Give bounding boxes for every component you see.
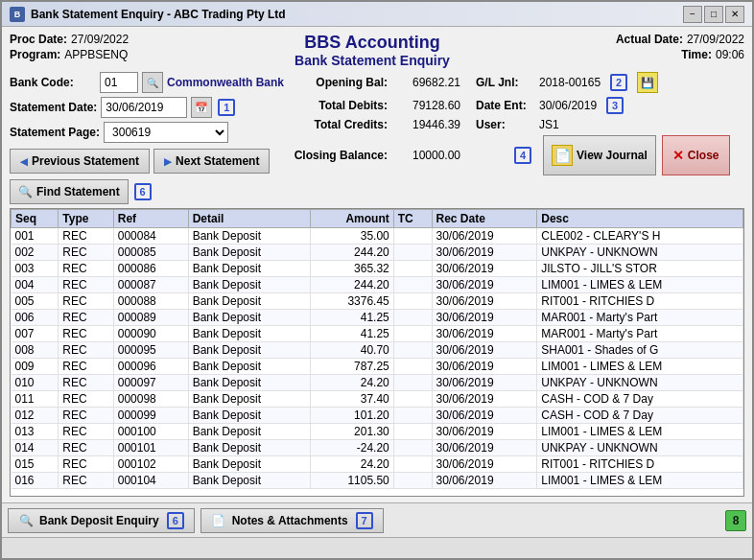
table-row[interactable]: 007 REC 000090 Bank Deposit 41.25 30/06/… [12, 326, 743, 342]
window-close-button[interactable]: ✕ [725, 6, 744, 23]
total-debits-value: 79128.60 [393, 99, 460, 112]
cell-amount: 201.30 [311, 424, 393, 440]
table-row[interactable]: 008 REC 000095 Bank Deposit 40.70 30/06/… [12, 342, 743, 359]
find-statement-button[interactable]: 🔍 Find Statement [10, 179, 129, 204]
cell-tc [393, 326, 432, 342]
cell-rec-date: 30/06/2019 [432, 310, 537, 326]
cell-amount: 365.32 [311, 261, 393, 277]
statement-date-calendar-button[interactable]: 📅 [191, 97, 212, 118]
cell-detail: Bank Deposit [188, 424, 311, 440]
table-row[interactable]: 006 REC 000089 Bank Deposit 41.25 30/06/… [12, 310, 743, 326]
cell-amount: 24.20 [311, 456, 393, 473]
cell-rec-date: 30/06/2019 [432, 359, 537, 375]
user-value: JS1 [539, 118, 559, 131]
cell-detail: Bank Deposit [188, 391, 311, 408]
cell-desc: SHA001 - Shades of G [537, 342, 743, 359]
bank-code-search-button[interactable]: 🔍 [142, 72, 163, 93]
table-row[interactable]: 001 REC 000084 Bank Deposit 35.00 30/06/… [12, 228, 743, 245]
table-row[interactable]: 011 REC 000098 Bank Deposit 37.40 30/06/… [12, 391, 743, 408]
cell-detail: Bank Deposit [188, 440, 311, 456]
cell-seq: 002 [12, 245, 59, 261]
view-journal-button[interactable]: 📄 View Journal [543, 135, 656, 175]
col-seq: Seq [12, 210, 59, 228]
next-statement-label: Next Statement [176, 154, 259, 168]
cell-type: REC [59, 473, 113, 489]
cell-desc: RIT001 - RITCHIES D [537, 456, 743, 473]
statement-date-label: Statement Date: [10, 101, 97, 114]
journal-icon: 📄 [552, 145, 573, 166]
right-form: Opening Bal: 69682.21 G/L Jnl: 2018-0016… [292, 72, 744, 175]
cell-tc [393, 261, 432, 277]
table-row[interactable]: 004 REC 000087 Bank Deposit 244.20 30/06… [12, 277, 743, 293]
table-header-row: Seq Type Ref Detail Amount TC Rec Date D… [12, 210, 743, 228]
previous-statement-button[interactable]: ◀ Previous Statement [10, 149, 150, 174]
title-bar-left: B Bank Statement Enquiry - ABC Trading P… [10, 7, 286, 22]
cell-rec-date: 30/06/2019 [432, 245, 537, 261]
opening-bal-label: Opening Bal: [292, 76, 388, 89]
table-row[interactable]: 009 REC 000096 Bank Deposit 787.25 30/06… [12, 359, 743, 375]
bank-code-input[interactable] [100, 72, 138, 93]
cell-detail: Bank Deposit [188, 310, 311, 326]
maximize-button[interactable]: □ [704, 6, 723, 23]
cell-tc [393, 310, 432, 326]
cell-detail: Bank Deposit [188, 228, 311, 245]
cell-tc [393, 359, 432, 375]
statement-page-select[interactable]: 300619 [104, 122, 228, 143]
cell-ref: 000089 [113, 310, 188, 326]
notes-attachments-button[interactable]: 📄 Notes & Attachments 7 [200, 508, 384, 533]
transactions-table-container[interactable]: Seq Type Ref Detail Amount TC Rec Date D… [10, 208, 744, 497]
minimize-button[interactable]: − [683, 6, 702, 23]
cell-ref: 000086 [113, 261, 188, 277]
bank-deposit-enquiry-button[interactable]: 🔍 Bank Deposit Enquiry 6 [8, 508, 195, 533]
cell-ref: 000099 [113, 408, 188, 424]
cell-detail: Bank Deposit [188, 408, 311, 424]
green-status-icon[interactable]: 8 [725, 510, 746, 531]
cell-type: REC [59, 326, 113, 342]
cell-type: REC [59, 245, 113, 261]
cell-tc [393, 245, 432, 261]
next-statement-button[interactable]: ▶ Next Statement [153, 149, 270, 174]
cell-tc [393, 391, 432, 408]
cell-type: REC [59, 375, 113, 391]
table-row[interactable]: 012 REC 000099 Bank Deposit 101.20 30/06… [12, 408, 743, 424]
cell-seq: 014 [12, 440, 59, 456]
table-row[interactable]: 002 REC 000085 Bank Deposit 244.20 30/06… [12, 245, 743, 261]
gl-jnl-value: 2018-00165 [539, 76, 601, 89]
close-button[interactable]: ✕ Close [662, 135, 730, 175]
table-row[interactable]: 015 REC 000102 Bank Deposit 24.20 30/06/… [12, 456, 743, 473]
table-row[interactable]: 010 REC 000097 Bank Deposit 24.20 30/06/… [12, 375, 743, 391]
cell-tc [393, 424, 432, 440]
program-label: Program: [10, 48, 60, 61]
previous-statement-label: Previous Statement [32, 154, 139, 168]
cell-desc: MAR001 - Marty's Part [537, 326, 743, 342]
save-icon[interactable]: 💾 [637, 72, 658, 93]
number-badge-1: 1 [218, 99, 235, 116]
table-row[interactable]: 013 REC 000100 Bank Deposit 201.30 30/06… [12, 424, 743, 440]
cell-desc: MAR001 - Marty's Part [537, 310, 743, 326]
total-debits-row: Total Debits: 79128.60 Date Ent: 30/06/2… [292, 97, 744, 114]
table-row[interactable]: 005 REC 000088 Bank Deposit 3376.45 30/0… [12, 293, 743, 310]
cell-amount: 41.25 [311, 310, 393, 326]
cell-type: REC [59, 261, 113, 277]
cell-seq: 007 [12, 326, 59, 342]
table-row[interactable]: 014 REC 000101 Bank Deposit -24.20 30/06… [12, 440, 743, 456]
cell-rec-date: 30/06/2019 [432, 440, 537, 456]
prev-arrow-icon: ◀ [20, 156, 28, 167]
cell-amount: 40.70 [311, 342, 393, 359]
cell-amount: 37.40 [311, 391, 393, 408]
number-badge-6b: 6 [167, 512, 184, 529]
cell-seq: 006 [12, 310, 59, 326]
cell-ref: 000100 [113, 424, 188, 440]
cell-type: REC [59, 359, 113, 375]
table-row[interactable]: 003 REC 000086 Bank Deposit 365.32 30/06… [12, 261, 743, 277]
find-icon: 🔍 [18, 185, 33, 198]
actual-date-value: 27/09/2022 [687, 33, 744, 46]
close-label: Close [688, 149, 719, 162]
cell-rec-date: 30/06/2019 [432, 228, 537, 245]
statement-date-input[interactable] [101, 97, 187, 118]
cell-seq: 008 [12, 342, 59, 359]
cell-rec-date: 30/06/2019 [432, 391, 537, 408]
cell-ref: 000090 [113, 326, 188, 342]
cell-detail: Bank Deposit [188, 342, 311, 359]
table-row[interactable]: 016 REC 000104 Bank Deposit 1105.50 30/0… [12, 473, 743, 489]
